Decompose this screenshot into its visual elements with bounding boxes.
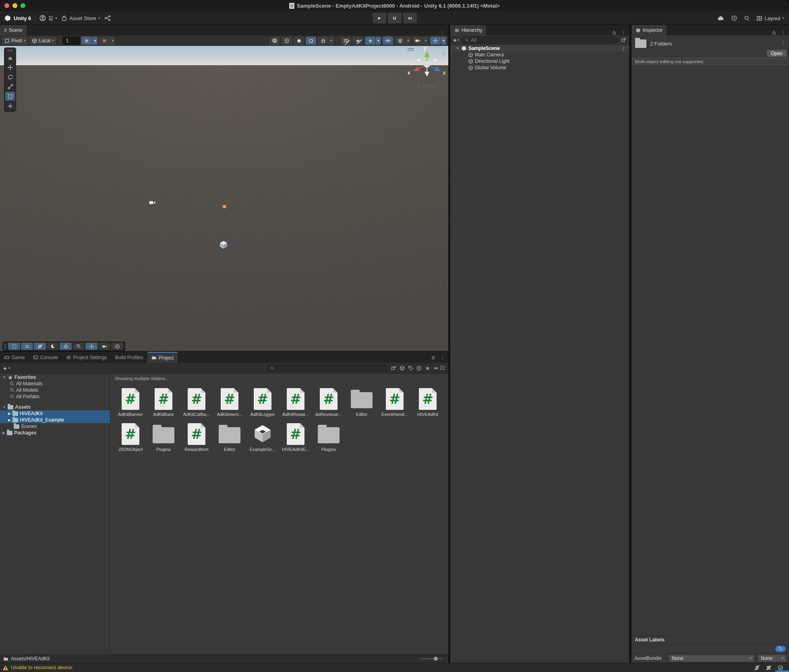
file-adkitlogger[interactable]: AdKitLogger [246, 387, 279, 417]
overlay-drag-handle[interactable] [7, 50, 13, 51]
global-volume-gizmo-icon[interactable] [219, 240, 228, 250]
file-jsonobject[interactable]: JSONObject [114, 422, 147, 452]
search-by-type-button[interactable] [400, 366, 405, 371]
hierarchy-search-field[interactable]: All [462, 37, 619, 43]
gizmos-dropdown[interactable]: ▾ [441, 37, 446, 45]
create-asset-button[interactable]: + [3, 365, 7, 372]
file-hiveadkite[interactable]: HIVEAdKitE... [279, 422, 312, 452]
lighting-toggle[interactable] [282, 37, 292, 45]
hierarchy-more-menu[interactable]: ⋮ [621, 29, 626, 35]
scene-more-menu[interactable]: ⋮ [440, 29, 445, 35]
rotate-tool[interactable] [5, 72, 15, 81]
effects-dropdown[interactable]: ▾ [376, 37, 381, 45]
sidebar-favorites-header[interactable]: ▼ Favorites [0, 374, 110, 380]
effects-toggle[interactable] [365, 37, 375, 45]
tab-scene[interactable]: # Scene [0, 25, 27, 35]
foldout-open-icon[interactable]: ▼ [2, 405, 6, 409]
open-search-window-button[interactable] [391, 366, 396, 371]
directional-light-gizmo-icon[interactable] [219, 201, 230, 212]
hidden-count-indicator[interactable]: 22 [433, 365, 445, 371]
open-search-window-button[interactable] [621, 37, 626, 43]
search-by-importlog-button[interactable] [416, 366, 422, 371]
pivot-dropdown[interactable]: Pivot ▾ [2, 37, 28, 45]
scene-visibility-toggle[interactable] [383, 37, 393, 45]
assetbundle-select[interactable]: None ▾ [669, 655, 754, 662]
grid-size-field[interactable]: 1 [63, 37, 80, 45]
hierarchy-item-main-camera[interactable]: Main Camera [450, 52, 629, 58]
foldout-open-icon[interactable]: ▼ [2, 376, 6, 379]
sidebar-packages-header[interactable]: ▶ Packages [0, 430, 110, 436]
hierarchy-item-global-volume[interactable]: Global Volume [450, 64, 629, 71]
favorites-star-button[interactable] [425, 366, 430, 371]
search-overlay-button[interactable] [72, 343, 85, 350]
sidebar-item-hiveadkit-example[interactable]: ▶ HIVEAdKit_Example [0, 417, 110, 423]
cloud-icon[interactable] [717, 14, 725, 22]
foldout-open-icon[interactable]: ▼ [456, 47, 460, 50]
overlay-drag-handle[interactable] [408, 48, 414, 50]
file-adkitcallback[interactable]: AdKitCallba... [180, 387, 213, 417]
lock-icon[interactable] [772, 30, 777, 35]
snap-settings-toggle[interactable] [99, 37, 110, 45]
perspective-label[interactable]: < Persp [412, 83, 444, 89]
collab-network-icon[interactable] [104, 15, 111, 21]
foldout-closed-icon[interactable]: ▶ [8, 412, 11, 416]
scene-camera-button[interactable] [412, 37, 423, 45]
tab-project-settings[interactable]: Project Settings [62, 352, 111, 363]
overlay-drag-handle[interactable] [4, 343, 6, 349]
add-label-button[interactable] [775, 646, 786, 652]
move-overlay-toggle[interactable] [85, 343, 97, 350]
breadcrumb[interactable]: Assets/HIVEAdKit [11, 656, 50, 662]
file-examplescene[interactable]: ExampleSc... [246, 422, 279, 452]
inspector-more-menu[interactable]: ⋮ [781, 29, 786, 35]
move-tool[interactable] [5, 63, 15, 72]
assetbundle-variant-select[interactable]: None ▾ [758, 655, 786, 662]
layers-dropdown[interactable]: ▾ [406, 37, 411, 45]
search-icon[interactable] [744, 15, 750, 21]
scale-tool[interactable] [5, 82, 15, 91]
sidebar-item-all-models[interactable]: All Models [0, 387, 110, 393]
file-adkitbase[interactable]: AdKitBase [147, 387, 180, 417]
search-by-label-button[interactable] [408, 366, 413, 371]
lock-icon[interactable] [431, 355, 436, 360]
activity-ok-icon[interactable] [777, 665, 783, 671]
hierarchy-item-directional-light[interactable]: Directional Light [450, 58, 629, 64]
foldout-closed-icon[interactable]: ▶ [2, 431, 5, 435]
snap-settings-dropdown[interactable]: ▾ [110, 37, 115, 45]
night-mode-toggle[interactable] [47, 343, 59, 350]
scene-camera-dropdown[interactable]: ▾ [423, 37, 429, 45]
debugger-detached-icon[interactable] [754, 665, 760, 671]
tab-project[interactable]: Project [147, 352, 178, 363]
asset-store-menu[interactable]: Asset Store ▾ [61, 15, 100, 21]
file-adkitinterstitial[interactable]: AdKitInters... [213, 387, 246, 417]
play-button[interactable] [373, 13, 386, 23]
slider-knob[interactable] [434, 657, 438, 661]
project-more-menu[interactable]: ⋮ [440, 354, 445, 360]
debug-dropdown[interactable]: ▾ [329, 37, 334, 45]
pause-button[interactable] [388, 13, 402, 23]
camera-preview-toggle[interactable] [98, 343, 110, 350]
project-search-field[interactable] [267, 365, 388, 372]
asset-labels-header[interactable]: Asset Labels [632, 635, 789, 644]
sidebar-assets-header[interactable]: ▼ Assets [0, 404, 110, 410]
cache-server-disabled-icon[interactable] [766, 665, 772, 671]
fog-toggle[interactable] [306, 37, 316, 45]
tab-game[interactable]: Game [0, 352, 29, 363]
file-rewarditem[interactable]: RewardItem [180, 422, 213, 452]
tab-console[interactable]: Console [29, 352, 62, 363]
file-adrevenue[interactable]: AdRevenue... [312, 387, 345, 417]
file-adkitreward[interactable]: AdKitRewar... [279, 387, 312, 417]
tab-hierarchy[interactable]: Hierarchy [450, 25, 486, 35]
status-message[interactable]: Unable to reconnect device. [11, 665, 73, 670]
rect-select-toggle[interactable] [8, 343, 20, 350]
sidebar-item-hiveadkit[interactable]: ▶ HIVEAdKit [0, 410, 110, 417]
file-eventhandler[interactable]: EventHandl... [378, 387, 411, 417]
rect-tool[interactable] [5, 92, 15, 101]
grid-visibility-toggle[interactable] [34, 343, 46, 350]
compass-toggle[interactable] [111, 343, 123, 350]
chevron-down-icon[interactable]: ▾ [458, 38, 460, 42]
debug-bug-toggle[interactable] [318, 37, 328, 45]
step-button[interactable] [403, 13, 417, 23]
file-hiveadkit[interactable]: HIVEAdKit [411, 387, 444, 417]
sidebar-item-scenes[interactable]: Scenes [0, 423, 110, 430]
view-hand-tool[interactable] [5, 53, 15, 62]
